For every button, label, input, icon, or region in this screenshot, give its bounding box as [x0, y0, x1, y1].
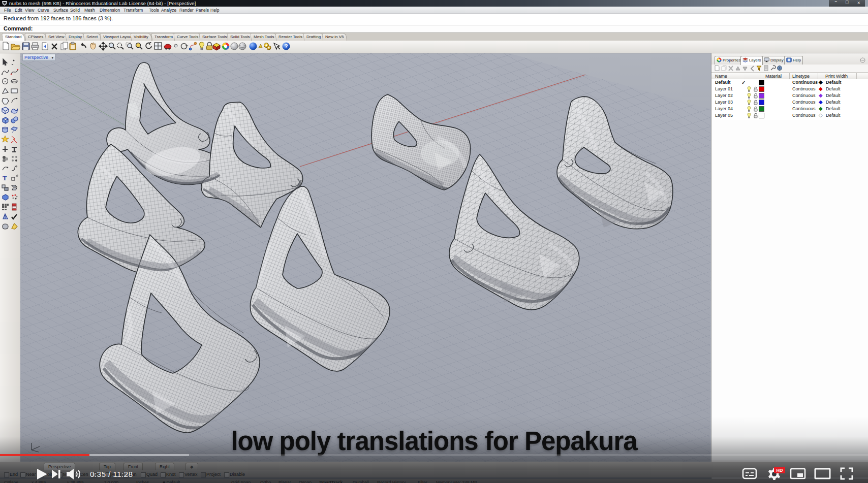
svg-text:HD: HD — [777, 468, 783, 473]
svg-text:?: ? — [285, 43, 288, 49]
svg-text:T: T — [3, 174, 7, 182]
